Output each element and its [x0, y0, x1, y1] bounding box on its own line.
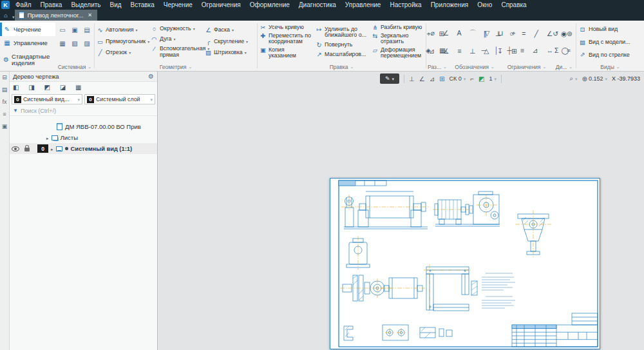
group-caption-edit[interactable]: Правка [258, 63, 426, 71]
group-caption-di[interactable]: Ди... [553, 63, 576, 71]
visibility-eye-icon[interactable] [12, 146, 19, 151]
tool-hatch[interactable]: ▨Штриховка [204, 50, 256, 57]
tool-new-view[interactable]: ⊡Новый вид [576, 25, 644, 34]
tab-close-icon[interactable]: ✕ [86, 12, 93, 18]
ortho-icon[interactable]: ⌐ [470, 75, 474, 83]
sheets-label: Листы [61, 134, 78, 141]
category-management[interactable]: ▦ Управление [0, 36, 55, 50]
menu-management[interactable]: Управление [341, 0, 386, 10]
layers-panel-icon[interactable]: ▣ [2, 123, 8, 130]
tool-view-from-model[interactable]: ▤Вид с модели... [576, 38, 644, 46]
save-icon[interactable]: ▤ [82, 25, 92, 34]
current-layer-select[interactable]: 0 Системный слой [84, 94, 155, 104]
precision-select[interactable]: 1 [489, 75, 497, 82]
menu-file[interactable]: Файл [11, 0, 36, 10]
menu-constraints[interactable]: Ограничения [197, 0, 245, 10]
tool-chamfer[interactable]: ∠Фаска [204, 27, 256, 34]
segment-icon: ╱ [97, 50, 104, 56]
menu-window[interactable]: Окно [473, 0, 497, 10]
group-caption-constraints[interactable]: Ограничения [501, 63, 553, 71]
current-view-select[interactable]: 0 Системный вид... [12, 94, 82, 104]
group-caption-annotations[interactable]: Обозначения [448, 63, 501, 71]
magnifier-icon: ⌕ [569, 75, 573, 83]
snap-perpendicular-icon[interactable]: ⊥ [409, 75, 415, 83]
tree-item-system-view[interactable]: 0 Системный вид (1:1) [10, 143, 157, 154]
drawing-canvas[interactable]: ✎ ⊥ ∠ ⊿ ⊞ СК 0 ⌐ ◩ 1 ⌕ ⊕ 0.152 X -39.793… [158, 72, 644, 350]
scale-icon: ↗ [316, 52, 323, 58]
expander-icon[interactable] [51, 145, 53, 152]
tree-item-root[interactable]: ДМ ЯВВ-07.00.00 ВО Прив [10, 121, 157, 132]
list-panel-icon[interactable]: ≡ [3, 111, 6, 117]
icon-row[interactable]: Σ ≈ [554, 46, 574, 54]
group-caption-views[interactable]: Виды [576, 63, 644, 71]
category-drawing[interactable]: ✎ Черчение [0, 23, 55, 36]
tool-trim-curve[interactable]: ✂Усечь кривую [258, 24, 313, 31]
menu-styling[interactable]: Оформление [245, 0, 294, 10]
tool-extend[interactable]: ↦Удлинить до ближайшего о... [314, 26, 369, 39]
tool-rectangle[interactable]: ▭Прямоугольник [95, 39, 148, 46]
tool-copy-by-point[interactable]: ▣Копия указанием [258, 47, 313, 59]
menu-view[interactable]: Вид [106, 0, 126, 10]
rounding-icon[interactable]: ◩ [478, 75, 484, 83]
category-standard-parts[interactable]: ⚙ Стандартные изделия [0, 50, 55, 70]
lock-icon[interactable] [24, 148, 30, 151]
coordinate-system-select[interactable]: СК 0 [449, 75, 466, 82]
new-doc-icon[interactable]: ▭ [57, 25, 68, 34]
menu-drawing[interactable]: Черчение [159, 0, 197, 10]
tool-fillet[interactable]: ╭Скругление [204, 39, 256, 46]
tool-deform[interactable]: ▱Деформация перемещением [370, 47, 425, 59]
grid-icon[interactable]: ⊞ [439, 75, 444, 83]
copy-style-icon[interactable]: ▨ [82, 39, 92, 48]
sheet-container[interactable] [330, 178, 600, 349]
tool-circle[interactable]: ○Окружность [149, 26, 202, 33]
tree-panel-icon[interactable]: ⊟ [2, 74, 7, 81]
tool-segment[interactable]: ╱Отрезок [95, 50, 148, 57]
tool-construction-line[interactable]: ∕Вспомогательная прямая [149, 46, 202, 58]
group-caption-raz[interactable]: Раз... [426, 63, 448, 71]
expander-icon[interactable] [46, 134, 49, 141]
pencil-icon: ✎ [385, 75, 390, 82]
group-system: ▭ ▣ ▤ ▦ ▧ ▨ Системная [55, 21, 94, 71]
tree-item-sheets[interactable]: Листы [10, 132, 157, 143]
tool-move-by-coords[interactable]: ✚Переместить по координатам [258, 33, 313, 45]
snap-angle-icon[interactable]: ∠ [419, 75, 425, 83]
snap-triangle-icon[interactable]: ⊿ [430, 75, 435, 83]
home-icon[interactable]: ⌂ [0, 10, 12, 21]
search-input[interactable] [21, 108, 154, 114]
tool-view-by-arrow[interactable]: ⇗Вид по стрелке [576, 50, 644, 59]
filter-icon[interactable]: ▼ [13, 108, 18, 113]
collections-panel-icon[interactable]: ▤ [2, 86, 8, 93]
tool-mirror[interactable]: ⇆Зеркально отразить [370, 33, 425, 45]
menu-settings[interactable]: Настройка [385, 0, 426, 10]
preview-icon[interactable]: ▧ [70, 39, 80, 48]
drawing-icon: ✎ [3, 26, 11, 33]
zoom-select[interactable]: ⊕ 0.152 [582, 75, 607, 83]
menu-select[interactable]: Выделить [66, 0, 105, 10]
tool-arc[interactable]: ◠Дуга [149, 36, 202, 43]
drawing-sheet[interactable] [330, 178, 600, 349]
menu-help[interactable]: Справка [497, 0, 531, 10]
style-pencil-button[interactable]: ✎ [380, 73, 399, 84]
menu-diagnostics[interactable]: Диагностика [294, 0, 341, 10]
group-caption-system[interactable]: Системная [55, 63, 94, 71]
menu-insert[interactable]: Вставка [126, 0, 159, 10]
group-caption-geometry[interactable]: Геометрия [95, 63, 257, 71]
menu-edit[interactable]: Правка [36, 0, 67, 10]
view-icon [56, 146, 62, 151]
tool-scale[interactable]: ↗Масштабиров... [314, 52, 369, 58]
tool-split-curve[interactable]: ⋔Разбить кривую [370, 24, 425, 31]
gear-icon[interactable]: ⚙ [148, 73, 154, 80]
tool-rotate[interactable]: ↻Повернуть [314, 42, 369, 48]
menu-applications[interactable]: Приложения [426, 0, 473, 10]
icon-row[interactable]: ↺ ⊚ [553, 30, 576, 37]
group-views: ⊡Новый вид ▤Вид с модели... ⇗Вид по стре… [576, 21, 644, 71]
tool-autoline[interactable]: ∿Автолиния [95, 27, 148, 34]
print-icon[interactable]: ▦ [57, 39, 68, 48]
variables-panel-icon[interactable]: fx [2, 99, 6, 105]
drawing-tree-panel: Дерево чертежа ⚙ ◧ ◨ ◩ ◪ ▦ 0 Системный в… [10, 72, 158, 350]
app-logo-icon[interactable]: K [1, 1, 10, 9]
open-icon[interactable]: ▣ [70, 25, 80, 34]
magnifier-select[interactable]: ⌕ [569, 75, 577, 83]
document-tab[interactable]: Привод ленточног... ✕ [15, 10, 97, 21]
tree-toolbar-icons[interactable]: ◧ ◨ ◩ ◪ ▦ [13, 84, 85, 91]
